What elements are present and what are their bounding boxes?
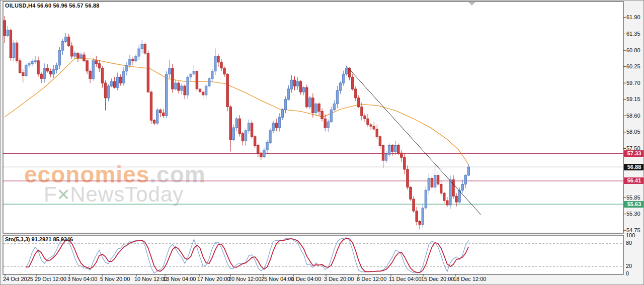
candle-body	[339, 83, 341, 90]
candle-body	[107, 86, 109, 98]
candle-body	[214, 56, 216, 71]
candle-body	[172, 68, 174, 89]
date-label: 18 Dec 12:00	[453, 276, 486, 282]
candle-body	[159, 110, 162, 113]
candle-body	[379, 137, 381, 146]
candle-body	[120, 77, 122, 83]
candle-body	[68, 37, 70, 46]
candle-body	[153, 120, 155, 123]
candle-body	[49, 71, 51, 74]
candle-body	[278, 117, 280, 128]
candle-body	[364, 116, 366, 119]
candle-body	[281, 110, 283, 118]
candle-body	[89, 71, 91, 79]
candle-body	[208, 78, 210, 86]
candle-body	[181, 86, 183, 90]
candle-body	[242, 134, 244, 141]
candle-body	[266, 143, 268, 150]
price-chart[interactable]: economies.comF×NewsToday	[1, 1, 644, 285]
chart-window: economies.comF×NewsToday OILUSD,H4 56.60…	[0, 0, 644, 285]
oscillator-tick-label: 80	[626, 240, 632, 246]
price-tick-label: 55.30	[626, 211, 640, 217]
candle-body	[92, 61, 94, 79]
candle-body	[434, 175, 436, 187]
candle-body	[404, 157, 406, 169]
date-label: 10 Nov 12:00	[134, 276, 167, 282]
candle-body	[464, 175, 466, 184]
candle-body	[238, 119, 240, 134]
candle-body	[410, 187, 412, 199]
candle-body	[37, 61, 39, 74]
price-tick-label: 61.35	[626, 31, 640, 37]
candle-body	[86, 61, 88, 71]
candle-body	[394, 146, 396, 152]
candle-body	[422, 208, 424, 225]
candle-body	[400, 153, 403, 157]
date-label: 8 Dec 12:00	[357, 276, 386, 282]
candle-body	[391, 146, 393, 152]
candle-body	[312, 98, 314, 113]
price-tick-label: 60.80	[626, 47, 640, 54]
candle-body	[306, 87, 308, 107]
candle-body	[19, 61, 21, 73]
date-label: 15 Dec 20:00	[421, 276, 454, 282]
candle-body	[251, 123, 253, 137]
candle-body	[64, 37, 66, 41]
candle-body	[61, 41, 63, 50]
candle-body	[178, 83, 180, 90]
candle-body	[443, 193, 445, 201]
candle-body	[352, 77, 354, 89]
candle-body	[156, 110, 158, 124]
candle-body	[187, 77, 189, 95]
candle-body	[4, 21, 6, 36]
candle-body	[346, 68, 348, 74]
candle-body	[260, 153, 262, 157]
candle-body	[126, 65, 128, 71]
candle-body	[40, 74, 42, 78]
date-label: 17 Nov 20:00	[197, 276, 230, 282]
oscillator-tick-label: 0	[626, 270, 629, 277]
candle-body	[361, 107, 363, 116]
date-label: 29 Oct 12:00	[35, 276, 66, 282]
candle-body	[245, 131, 247, 141]
oscillator-tick-label: 20	[626, 263, 632, 269]
candle-body	[150, 92, 152, 120]
candle-body	[199, 89, 201, 92]
date-label: 25 Nov 04:00	[261, 276, 294, 282]
candle-body	[318, 104, 320, 112]
candle-body	[388, 146, 390, 155]
price-badge-55.63: 55.63	[624, 201, 644, 208]
candle-body	[71, 46, 73, 56]
candle-body	[229, 107, 231, 140]
candle-body	[333, 104, 335, 110]
oscillator-tick-label: 100	[626, 232, 635, 239]
candle-body	[407, 169, 409, 187]
candle-body	[284, 100, 286, 110]
candle-body	[428, 178, 430, 191]
candle-body	[141, 44, 143, 49]
candle-body	[31, 62, 33, 64]
candle-body	[327, 122, 329, 128]
candle-body	[226, 74, 228, 107]
candle-body	[138, 49, 140, 56]
candle-body	[385, 154, 387, 160]
candle-body	[190, 74, 192, 77]
candle-body	[77, 53, 79, 58]
candle-body	[367, 119, 369, 125]
candle-body	[46, 68, 48, 71]
candle-body	[28, 64, 30, 65]
candle-body	[135, 56, 137, 61]
candle-body	[287, 89, 289, 100]
date-label: 3 Nov 04:00	[67, 276, 97, 282]
symbol-title: OILUSD,H4 56.60 56.96 56.57 56.88	[5, 3, 100, 9]
candle-body	[16, 43, 18, 61]
candle-body	[211, 71, 213, 79]
candle-body	[22, 73, 24, 76]
candle-body	[10, 30, 12, 58]
candle-body	[196, 71, 198, 89]
candle-body	[455, 196, 457, 202]
candle-body	[166, 74, 168, 116]
oscillator-plot-background	[3, 235, 623, 274]
candle-body	[220, 62, 222, 68]
candle-body	[169, 68, 171, 74]
